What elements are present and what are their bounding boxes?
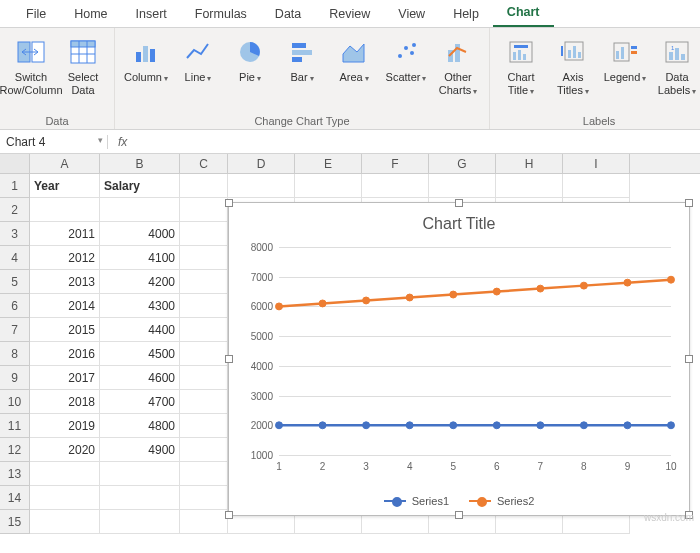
chart-title-button[interactable]: Chart Title▾ (496, 31, 546, 102)
cell-A8[interactable]: 2016 (30, 342, 100, 366)
cell-B2[interactable] (100, 198, 180, 222)
cell-C7[interactable] (180, 318, 228, 342)
cell-B11[interactable]: 4800 (100, 414, 180, 438)
cell-D1[interactable] (228, 174, 295, 198)
row-header-7[interactable]: 7 (0, 318, 30, 342)
cell-B1[interactable]: Salary (100, 174, 180, 198)
row-header-4[interactable]: 4 (0, 246, 30, 270)
cell-C6[interactable] (180, 294, 228, 318)
resize-handle[interactable] (225, 511, 233, 519)
col-header-E[interactable]: E (295, 154, 362, 173)
tab-data[interactable]: Data (261, 1, 315, 27)
column-chart-button[interactable]: Column▾ (121, 31, 171, 89)
cell-E1[interactable] (295, 174, 362, 198)
cell-C11[interactable] (180, 414, 228, 438)
col-header-A[interactable]: A (30, 154, 100, 173)
col-header-G[interactable]: G (429, 154, 496, 173)
tab-help[interactable]: Help (439, 1, 493, 27)
cell-B14[interactable] (100, 486, 180, 510)
row-header-10[interactable]: 10 (0, 390, 30, 414)
resize-handle[interactable] (225, 355, 233, 363)
cell-C5[interactable] (180, 270, 228, 294)
other-chart-button[interactable]: Other Charts▾ (433, 31, 483, 102)
cell-H1[interactable] (496, 174, 563, 198)
legend-button[interactable]: Legend▾ (600, 31, 650, 89)
row-header-5[interactable]: 5 (0, 270, 30, 294)
cell-B8[interactable]: 4500 (100, 342, 180, 366)
cell-A9[interactable]: 2017 (30, 366, 100, 390)
scatter-chart-button[interactable]: Scatter▾ (381, 31, 431, 89)
cell-C8[interactable] (180, 342, 228, 366)
resize-handle[interactable] (225, 199, 233, 207)
line-chart-button[interactable]: Line▾ (173, 31, 223, 89)
cell-A10[interactable]: 2018 (30, 390, 100, 414)
data-labels-button[interactable]: 1Data Labels▾ (652, 31, 700, 102)
col-header-F[interactable]: F (362, 154, 429, 173)
area-chart-button[interactable]: Area▾ (329, 31, 379, 89)
cell-C10[interactable] (180, 390, 228, 414)
chart-title[interactable]: Chart Title (229, 203, 689, 237)
cell-A2[interactable] (30, 198, 100, 222)
col-header-D[interactable]: D (228, 154, 295, 173)
cell-A14[interactable] (30, 486, 100, 510)
cell-B13[interactable] (100, 462, 180, 486)
cell-A13[interactable] (30, 462, 100, 486)
cell-C14[interactable] (180, 486, 228, 510)
fx-label[interactable]: fx (108, 135, 137, 149)
resize-handle[interactable] (455, 199, 463, 207)
legend-item-2[interactable]: Series2 (469, 495, 534, 507)
row-header-1[interactable]: 1 (0, 174, 30, 198)
cell-B7[interactable]: 4400 (100, 318, 180, 342)
cell-G1[interactable] (429, 174, 496, 198)
cell-C15[interactable] (180, 510, 228, 534)
bar-chart-button[interactable]: Bar▾ (277, 31, 327, 89)
cell-C13[interactable] (180, 462, 228, 486)
cell-A11[interactable]: 2019 (30, 414, 100, 438)
axis-titles-button[interactable]: Axis Titles▾ (548, 31, 598, 102)
cell-I1[interactable] (563, 174, 630, 198)
row-header-15[interactable]: 15 (0, 510, 30, 534)
row-header-9[interactable]: 9 (0, 366, 30, 390)
tab-formulas[interactable]: Formulas (181, 1, 261, 27)
cell-B5[interactable]: 4200 (100, 270, 180, 294)
cell-C12[interactable] (180, 438, 228, 462)
cell-C2[interactable] (180, 198, 228, 222)
cell-B4[interactable]: 4100 (100, 246, 180, 270)
switch-row-column-button[interactable]: Switch Row/Column (6, 31, 56, 101)
embedded-chart[interactable]: Chart Title 1000200030004000500060007000… (228, 202, 690, 516)
cell-A1[interactable]: Year (30, 174, 100, 198)
select-data-button[interactable]: Select Data (58, 31, 108, 101)
tab-chart[interactable]: Chart (493, 0, 554, 27)
cell-A4[interactable]: 2012 (30, 246, 100, 270)
tab-insert[interactable]: Insert (122, 1, 181, 27)
tab-review[interactable]: Review (315, 1, 384, 27)
legend-item-1[interactable]: Series1 (384, 495, 449, 507)
cell-A7[interactable]: 2015 (30, 318, 100, 342)
tab-view[interactable]: View (384, 1, 439, 27)
select-all-corner[interactable] (0, 154, 30, 173)
row-header-6[interactable]: 6 (0, 294, 30, 318)
cell-A6[interactable]: 2014 (30, 294, 100, 318)
cell-B10[interactable]: 4700 (100, 390, 180, 414)
cell-A5[interactable]: 2013 (30, 270, 100, 294)
cell-A12[interactable]: 2020 (30, 438, 100, 462)
cell-B15[interactable] (100, 510, 180, 534)
row-header-3[interactable]: 3 (0, 222, 30, 246)
cell-A3[interactable]: 2011 (30, 222, 100, 246)
row-header-14[interactable]: 14 (0, 486, 30, 510)
col-header-H[interactable]: H (496, 154, 563, 173)
cell-C1[interactable] (180, 174, 228, 198)
cell-B3[interactable]: 4000 (100, 222, 180, 246)
row-header-13[interactable]: 13 (0, 462, 30, 486)
tab-home[interactable]: Home (60, 1, 121, 27)
row-header-8[interactable]: 8 (0, 342, 30, 366)
row-header-2[interactable]: 2 (0, 198, 30, 222)
col-header-B[interactable]: B (100, 154, 180, 173)
resize-handle[interactable] (685, 199, 693, 207)
row-header-12[interactable]: 12 (0, 438, 30, 462)
cell-A15[interactable] (30, 510, 100, 534)
resize-handle[interactable] (685, 355, 693, 363)
col-header-I[interactable]: I (563, 154, 630, 173)
cell-F1[interactable] (362, 174, 429, 198)
name-box[interactable]: Chart 4 (0, 135, 108, 149)
